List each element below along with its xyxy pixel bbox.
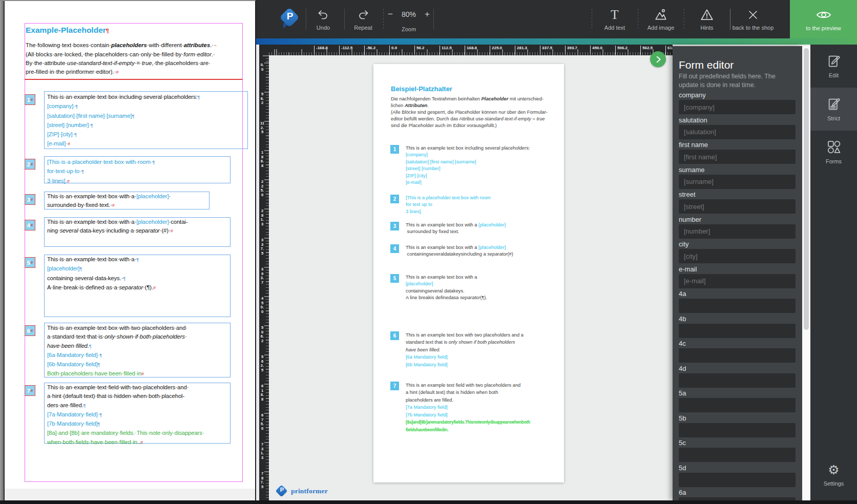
page-text-box-3[interactable]: 3 This is an example text box with a [pl… [390,222,554,236]
form-field: 4b [679,315,796,338]
to-the-preview-button[interactable]: to the preview [790,0,857,38]
toolbar: P Undo Repeat − 80% + Zoom [256,0,857,38]
page-text-box-4[interactable]: 4 This is an example text box with a [pl… [390,244,554,258]
panel-scrollbar[interactable] [802,46,810,500]
ruler-tick-label: 337.5 [260,238,264,256]
sidebar-item-settings[interactable]: ⚙ Settings [810,453,857,496]
ruler-tick-label: 225.0 [260,179,264,198]
page-text-box-5[interactable]: 5 This is an example text box with a[pla… [390,274,554,302]
printformer-editor: P Undo Repeat − 80% + Zoom [256,0,857,504]
edit-icon [827,54,841,68]
add-text-icon: T [611,8,618,22]
ruler-tick-label: 450.0 [260,296,264,314]
page-title: Beispiel-Platzhalter [391,85,452,93]
ruler-tick-label: -112.5 [339,46,352,55]
editor-canvas[interactable]: Beispiel-Platzhalter Die nachfolgenden T… [269,55,673,500]
box-number: 4 [27,222,30,228]
sidebar-item-strict[interactable]: Strict [810,88,857,131]
box-number-chip: 3# [25,194,35,205]
form-field: 4a [679,290,796,313]
printformer-logo-icon[interactable]: P [279,8,301,31]
box-number: 1 [27,97,30,103]
form-field: 6a [679,489,796,500]
form-field: 5b [679,414,796,437]
toolbar-separator-dashed [684,9,684,30]
anchor-mark: # [31,388,33,393]
strict-icon [827,97,841,111]
form-field-input[interactable] [679,224,796,239]
document-page[interactable]: Beispiel-Platzhalter Die nachfolgenden T… [373,64,564,482]
box-text: [This is a placeholder text box with roo… [406,195,554,215]
back-to-shop-button[interactable]: back to the shop [727,0,779,38]
form-field-input[interactable] [679,423,796,437]
form-field-input[interactable] [679,100,796,114]
scrollbar-thumb[interactable] [804,48,809,330]
box-text: This·is·an·example·text·box·with·a·[plac… [47,192,171,211]
ruler-tick-label: 506.2 [260,325,264,344]
form-field-input[interactable] [679,274,796,288]
form-field-label: company [679,91,796,100]
form-field-input[interactable] [679,249,796,263]
form-editor-subtitle: Fill out predefined fields here. The upd… [679,72,795,90]
page-text-box-6[interactable]: 6 This is an example text box with two p… [390,331,554,368]
form-editor-title: Form editor [679,59,734,71]
add-text-button[interactable]: T Add text [593,0,636,38]
panel-collapse-button[interactable] [650,51,666,67]
ruler-tick-label: 112.5 [440,46,452,55]
zoom-out-button[interactable]: − [387,10,394,18]
box-number-chip: 5# [25,257,35,268]
sidebar-item-edit[interactable]: Edit [810,45,857,88]
window-bottom-strip [5,489,255,501]
form-field: 4d [679,365,796,388]
zoom-row: − 80% + [387,10,431,18]
form-field-input[interactable] [679,150,796,164]
mode-sidebar: Edit Strict Forms ⚙ Settings [810,45,857,500]
page-text-box-2[interactable]: 2 [This is a placeholder text box with r… [390,195,554,215]
zoom-value: 80% [402,10,416,18]
hints-button[interactable]: Hints [685,0,728,38]
repeat-button[interactable]: Repeat [342,0,385,38]
box-number-chip: 6 [390,331,399,340]
form-field: street [679,191,796,214]
ruler-tick-label: 787.5 [260,471,264,490]
add-image-button[interactable]: Add image [639,0,682,38]
form-field-input[interactable] [679,348,796,363]
horizontal-ruler: -168.8-112.5-56.20.056.2112.5168.8225.02… [269,45,673,55]
form-field-input[interactable] [679,125,796,139]
box-text: This is an example text box with a [plac… [406,244,554,258]
sidebar-item-forms[interactable]: Forms [810,131,857,174]
box-text: This is an example text box with a[place… [406,274,554,302]
toolbar-separator-dashed [638,9,638,30]
form-field-input[interactable] [679,448,796,462]
ruler-tick-label: 0.0 [389,46,397,55]
form-field-label: 4b [679,315,796,324]
sidebar-item-label: Edit [829,72,839,78]
form-field-input[interactable] [679,373,796,388]
form-field-input[interactable] [679,473,796,487]
undo-label: Undo [317,25,330,31]
form-field: number [679,216,796,239]
form-field-input[interactable] [679,199,796,214]
form-field-input[interactable] [679,324,796,338]
undo-button[interactable]: Undo [302,0,345,38]
hints-label: Hints [700,25,713,31]
anchor-mark: # [31,328,33,333]
page-text-box-7[interactable]: 7 This is an example text field with two… [390,382,554,434]
box-number-chip: 4 [390,244,399,253]
to-the-preview-label: to the preview [806,25,841,31]
page-text-box-1[interactable]: 1 This is an example text box including … [390,145,554,186]
page-intro-paragraph: Die nachfolgenden Textrahmen beinhalten … [391,96,548,129]
form-field-input[interactable] [679,175,796,189]
box-text: This·is·an·example·text·box·with·a·¶[pla… [47,255,156,292]
form-field: salutation [679,116,796,139]
box-text: This·is·an·example·text·box·including·se… [47,93,200,149]
back-to-shop-label: back to the shop [733,25,774,31]
box-text: This·is·an·example·text·box·with·two·pla… [47,324,187,379]
sidebar-item-label: Forms [826,158,842,164]
form-field-label: 5d [679,464,796,473]
window-bottom-bar [0,500,857,504]
form-field-input[interactable] [679,398,796,412]
zoom-in-button[interactable]: + [424,10,431,18]
form-field-input[interactable] [679,299,796,313]
ruler-tick-label: 281.3 [515,46,527,55]
